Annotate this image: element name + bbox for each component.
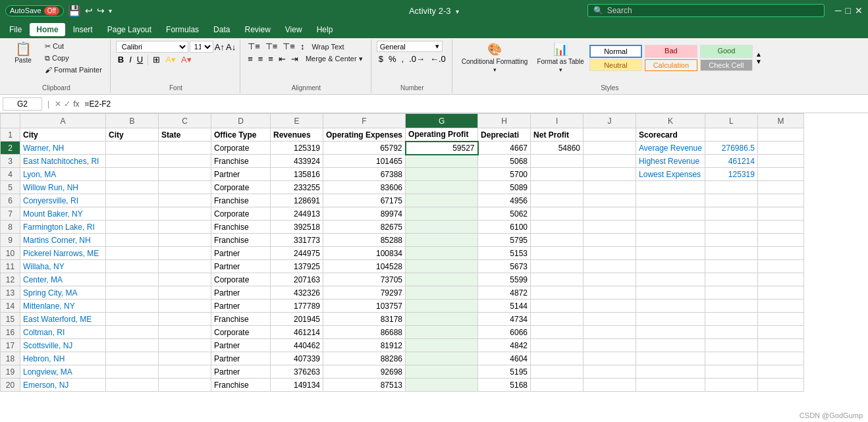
cut-button[interactable]: ✂ Cut (41, 41, 106, 52)
merge-center-button[interactable]: Merge & Center ▾ (302, 53, 367, 65)
cell-K5[interactable] (636, 181, 705, 194)
col-header-D[interactable]: D (211, 114, 271, 128)
cell-K1[interactable]: Scorecard (636, 128, 705, 142)
cell-J11[interactable] (583, 260, 636, 273)
cell-J4[interactable] (583, 168, 636, 181)
sheet-table-wrapper[interactable]: A B C D E F G H I J K L M 1CityCityState… (0, 113, 868, 422)
cell-J2[interactable] (583, 142, 636, 155)
cell-D8[interactable]: Franchise (211, 221, 271, 234)
cell-H20[interactable]: 5168 (478, 379, 531, 392)
col-header-F[interactable]: F (323, 114, 406, 128)
cell-I9[interactable] (531, 234, 583, 247)
cell-F20[interactable]: 87513 (323, 379, 406, 392)
cell-J8[interactable] (583, 221, 636, 234)
cell-G8[interactable] (406, 221, 478, 234)
align-top-center-icon[interactable]: ⊤≡ (263, 41, 280, 52)
row-header-11[interactable]: 11 (1, 260, 20, 273)
cell-D6[interactable]: Franchise (211, 194, 271, 207)
cell-C12[interactable] (159, 273, 211, 286)
cell-F18[interactable]: 88286 (323, 352, 406, 365)
cell-I13[interactable] (531, 286, 583, 300)
cell-J10[interactable] (583, 247, 636, 260)
cell-E13[interactable]: 432326 (271, 286, 323, 300)
borders-button[interactable]: ⊞ (151, 54, 162, 65)
cell-E18[interactable]: 407339 (271, 352, 323, 365)
cell-reference-box[interactable]: G2 (3, 97, 42, 111)
autosave-badge[interactable]: AutoSave Off (5, 5, 64, 16)
cell-C19[interactable] (159, 365, 211, 379)
font-color-button[interactable]: A▾ (179, 54, 194, 65)
cell-L12[interactable] (705, 273, 757, 286)
cell-E10[interactable]: 244975 (271, 247, 323, 260)
cell-I16[interactable] (531, 326, 583, 339)
cell-A8[interactable]: Farmington Lake, RI (20, 221, 106, 234)
cell-F14[interactable]: 103757 (323, 300, 406, 313)
cell-L20[interactable] (705, 379, 757, 392)
cell-I2[interactable]: 54860 (531, 142, 583, 155)
cell-F8[interactable]: 82675 (323, 221, 406, 234)
cell-B11[interactable] (106, 260, 159, 273)
cell-E11[interactable]: 137925 (271, 260, 323, 273)
cell-D5[interactable]: Corporate (211, 181, 271, 194)
col-header-L[interactable]: L (705, 114, 757, 128)
cell-G16[interactable] (406, 326, 478, 339)
cell-C13[interactable] (159, 286, 211, 300)
wrap-text-button[interactable]: Wrap Text (308, 41, 348, 52)
cell-H1[interactable]: Depreciati (478, 128, 531, 142)
cell-G14[interactable] (406, 300, 478, 313)
cell-I8[interactable] (531, 221, 583, 234)
col-header-E[interactable]: E (271, 114, 323, 128)
menu-page-layout[interactable]: Page Layout (101, 23, 158, 36)
cell-I17[interactable] (531, 339, 583, 352)
cell-A5[interactable]: Willow Run, NH (20, 181, 106, 194)
cell-J5[interactable] (583, 181, 636, 194)
cell-D10[interactable]: Partner (211, 247, 271, 260)
cell-J13[interactable] (583, 286, 636, 300)
cell-A11[interactable]: Willaha, NY (20, 260, 106, 273)
cell-H9[interactable]: 5795 (478, 234, 531, 247)
close-icon[interactable]: ✕ (855, 5, 863, 16)
cell-E17[interactable]: 440462 (271, 339, 323, 352)
cell-E12[interactable]: 207163 (271, 273, 323, 286)
cell-H18[interactable]: 4604 (478, 352, 531, 365)
cell-J9[interactable] (583, 234, 636, 247)
menu-file[interactable]: File (3, 23, 28, 36)
menu-view[interactable]: View (279, 23, 309, 36)
cell-K13[interactable] (636, 286, 705, 300)
row-header-10[interactable]: 10 (1, 247, 20, 260)
cell-G5[interactable] (406, 181, 478, 194)
cell-B15[interactable] (106, 313, 159, 326)
cell-K12[interactable] (636, 273, 705, 286)
cell-K19[interactable] (636, 365, 705, 379)
row-header-1[interactable]: 1 (1, 128, 20, 142)
cell-E15[interactable]: 201945 (271, 313, 323, 326)
cell-D15[interactable]: Franchise (211, 313, 271, 326)
cell-D18[interactable]: Partner (211, 352, 271, 365)
style-good[interactable]: Good (700, 45, 753, 58)
col-header-A[interactable]: A (20, 114, 106, 128)
undo-icon[interactable]: ↩ (85, 5, 93, 16)
cell-B8[interactable] (106, 221, 159, 234)
cell-L5[interactable] (705, 181, 757, 194)
cell-D16[interactable]: Corporate (211, 326, 271, 339)
cell-K7[interactable] (636, 207, 705, 221)
maximize-icon[interactable]: □ (846, 5, 851, 16)
menu-home[interactable]: Home (30, 23, 65, 36)
cell-M16[interactable] (757, 326, 803, 339)
cell-D19[interactable]: Partner (211, 365, 271, 379)
col-header-I[interactable]: I (531, 114, 583, 128)
cell-B12[interactable] (106, 273, 159, 286)
align-center-icon[interactable]: ≡ (256, 53, 265, 65)
cell-H4[interactable]: 5700 (478, 168, 531, 181)
cell-M1[interactable] (757, 128, 803, 142)
cell-D13[interactable]: Partner (211, 286, 271, 300)
col-header-H[interactable]: H (478, 114, 531, 128)
font-shrink-icon[interactable]: A↓ (226, 42, 236, 52)
conditional-formatting-button[interactable]: 🎨 Conditional Formatting ▾ (458, 41, 532, 74)
cell-B5[interactable] (106, 181, 159, 194)
cell-C7[interactable] (159, 207, 211, 221)
italic-button[interactable]: I (127, 54, 134, 65)
cell-F10[interactable]: 100834 (323, 247, 406, 260)
cell-B19[interactable] (106, 365, 159, 379)
align-right-icon[interactable]: ≡ (266, 53, 275, 65)
